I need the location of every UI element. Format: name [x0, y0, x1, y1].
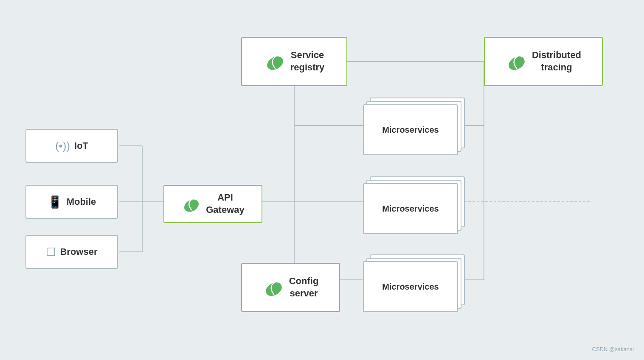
microservices-1-stack: Microservices — [363, 98, 465, 155]
microservices-1-label: Microservices — [382, 124, 439, 135]
config-server-label: Config server — [289, 275, 319, 299]
config-server-box: Config server — [241, 263, 340, 312]
microservices-2-stack: Microservices — [363, 176, 465, 234]
service-registry-box: Service registry — [241, 37, 347, 86]
browser-box: ☐ Browser — [25, 235, 118, 269]
mobile-box: 📱 Mobile — [25, 185, 118, 219]
browser-icon: ☐ — [46, 246, 56, 259]
config-server-icon — [263, 276, 285, 299]
diagram: (•)) IoT 📱 Mobile ☐ Browser API Gateway — [0, 0, 644, 360]
iot-box: (•)) IoT — [25, 129, 118, 163]
iot-label: IoT — [74, 140, 88, 152]
svg-point-19 — [193, 197, 195, 199]
microservices-2-label: Microservices — [382, 203, 439, 214]
iot-icon: (•)) — [55, 140, 70, 153]
api-gateway-label: API Gateway — [206, 192, 245, 216]
microservices-3-label: Microservices — [382, 281, 439, 292]
distributed-tracing-label: Distributed tracing — [532, 49, 581, 73]
mobile-icon: 📱 — [48, 195, 62, 209]
distributed-tracing-icon — [506, 50, 528, 73]
distributed-tracing-box: Distributed tracing — [484, 37, 603, 86]
watermark: CSDN @sakanal — [592, 346, 634, 352]
svg-point-28 — [276, 279, 278, 282]
svg-point-25 — [518, 53, 521, 56]
service-registry-icon — [264, 50, 286, 73]
svg-point-22 — [277, 53, 280, 56]
service-registry-label: Service registry — [290, 49, 325, 73]
browser-label: Browser — [60, 246, 97, 258]
microservices-3-stack: Microservices — [363, 254, 465, 312]
mobile-label: Mobile — [67, 196, 96, 208]
api-gateway-box: API Gateway — [163, 185, 262, 223]
api-gateway-icon — [181, 194, 202, 214]
